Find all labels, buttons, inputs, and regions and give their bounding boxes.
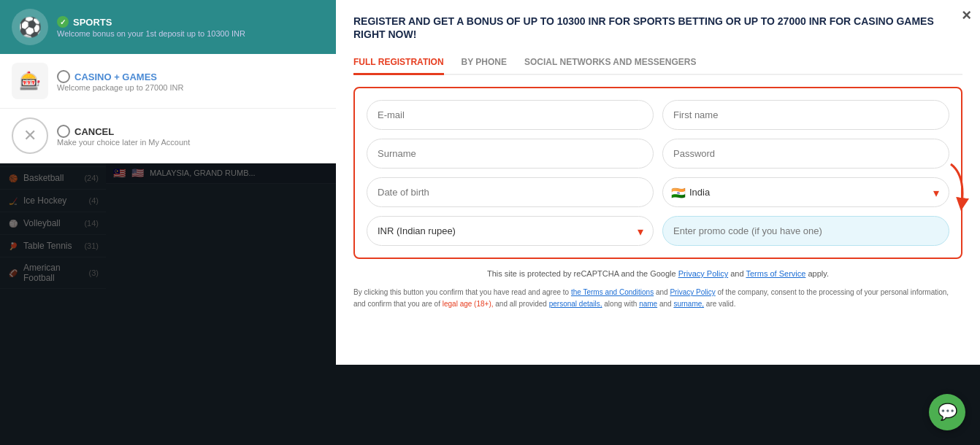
sports-label: ✓ SPORTS: [57, 16, 324, 28]
tab-full-registration[interactable]: FULL REGISTRATION: [353, 51, 444, 75]
currency-wrapper: INR (Indian rupee) ▾: [367, 216, 654, 246]
registration-form: 🇮🇳 India ▾ INR (Indian rupee) ▾: [353, 87, 962, 259]
chat-button[interactable]: 💬: [929, 394, 965, 430]
registration-tabs: FULL REGISTRATION BY PHONE SOCIAL NETWOR…: [353, 51, 962, 75]
personal-details-link[interactable]: personal details,: [549, 300, 602, 308]
tab-social-networks[interactable]: SOCIAL NETWORKS AND MESSENGERS: [524, 51, 696, 75]
cancel-radio[interactable]: [57, 125, 70, 138]
cancel-option-desc: Make your choice later in My Account: [57, 138, 190, 147]
close-modal-button[interactable]: ×: [962, 6, 971, 25]
sports-ball-icon: ⚽: [12, 9, 48, 45]
terms-text: By clicking this button you confirm that…: [353, 287, 962, 310]
tab-by-phone[interactable]: BY PHONE: [462, 51, 507, 75]
legal-age-text: legal age (18+),: [443, 300, 494, 308]
modal-title: REGISTER AND GET A BONUS OF UP TO 10300 …: [353, 15, 962, 41]
dob-field[interactable]: [367, 177, 654, 207]
email-field[interactable]: [367, 100, 654, 130]
terms-conditions-link[interactable]: the Terms and Conditions: [571, 288, 654, 296]
casino-option-label: CASINO + GAMES: [74, 71, 157, 82]
privacy-policy-link[interactable]: Privacy Policy: [678, 269, 728, 278]
cancel-option[interactable]: ✕ CANCEL Make your choice later in My Ac…: [0, 109, 336, 163]
country-wrapper: 🇮🇳 India ▾: [662, 177, 949, 207]
sports-bonus-desc: Welcome bonus on your 1st deposit up to …: [57, 29, 324, 38]
terms-of-service-link[interactable]: Terms of Service: [746, 269, 805, 278]
privacy-link[interactable]: Privacy Policy: [670, 288, 715, 296]
promo-code-field[interactable]: [662, 216, 949, 246]
registration-modal: × REGISTER AND GET A BONUS OF UP TO 1030…: [336, 0, 980, 365]
bonus-panel: ⚽ ✓ SPORTS Welcome bonus on your 1st dep…: [0, 0, 336, 163]
surname-field[interactable]: [367, 139, 654, 169]
casino-radio[interactable]: [57, 70, 70, 83]
casino-option[interactable]: 🎰 CASINO + GAMES Welcome package up to 2…: [0, 54, 336, 109]
india-flag-icon: 🇮🇳: [671, 185, 686, 199]
bonus-header: ⚽ ✓ SPORTS Welcome bonus on your 1st dep…: [0, 0, 336, 54]
cancel-option-label: CANCEL: [74, 126, 114, 137]
recaptcha-text: This site is protected by reCAPTCHA and …: [353, 268, 962, 281]
casino-icon: 🎰: [12, 63, 48, 99]
surname-terms-link[interactable]: surname,: [673, 300, 704, 308]
first-name-field[interactable]: [662, 100, 949, 130]
modal-overlay: ⚽ ✓ SPORTS Welcome bonus on your 1st dep…: [0, 0, 980, 445]
bonus-info: ✓ SPORTS Welcome bonus on your 1st depos…: [57, 16, 324, 38]
name-link[interactable]: name: [639, 300, 657, 308]
country-select[interactable]: India: [662, 177, 949, 207]
casino-option-desc: Welcome package up to 27000 INR: [57, 83, 183, 92]
cancel-icon: ✕: [12, 117, 48, 154]
currency-select[interactable]: INR (Indian rupee): [367, 216, 654, 246]
check-icon: ✓: [57, 16, 69, 28]
password-field[interactable]: [662, 139, 949, 169]
